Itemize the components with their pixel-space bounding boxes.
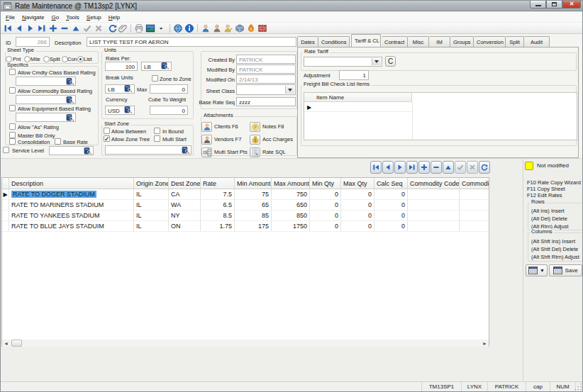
maximize-button[interactable]: [546, 0, 562, 9]
menu-go[interactable]: Go: [48, 12, 62, 23]
grid-cell[interactable]: 0: [341, 189, 374, 199]
picture-icon[interactable]: [145, 23, 156, 34]
grid-cell[interactable]: 0: [341, 211, 374, 220]
grid-row[interactable]: RATE TO BLUE JAYS STADUIMILON1.751751750…: [2, 221, 489, 232]
package-icon[interactable]: [234, 23, 245, 34]
navigator-delete-button[interactable]: [431, 161, 442, 174]
navigator-post-button[interactable]: [455, 161, 466, 174]
grid-cell[interactable]: [408, 211, 460, 220]
grid-cell[interactable]: RATE TO YANKEES STADIUM: [9, 211, 134, 220]
vendors-f7-button[interactable]: [201, 135, 212, 145]
refresh-icon[interactable]: [107, 23, 118, 34]
client-user-icon[interactable]: [200, 23, 211, 34]
navigator-next-button[interactable]: [394, 161, 406, 174]
grid-horizontal-scrollbar[interactable]: ◄ ►: [2, 340, 489, 347]
grid-cell[interactable]: [460, 221, 489, 231]
scroll-left-icon[interactable]: ◄: [2, 340, 10, 347]
grid-layout-save-button[interactable]: Save: [549, 264, 582, 276]
zone-to-zone-checkbox[interactable]: ✓: [152, 75, 158, 82]
grid-cell[interactable]: [460, 200, 489, 210]
tab-split[interactable]: Split: [506, 36, 524, 47]
service-level-field[interactable]: [49, 146, 94, 155]
grid-cell[interactable]: 85: [235, 211, 272, 220]
rate-tariff-dropdown-icon[interactable]: [372, 58, 381, 65]
cmdty-class-lookup-icon[interactable]: [65, 78, 74, 84]
edit-icon[interactable]: [70, 23, 82, 34]
grid-cell[interactable]: 1.75: [201, 221, 235, 231]
close-button[interactable]: ✕: [562, 0, 581, 9]
master-bill-checkbox[interactable]: ✓: [9, 132, 16, 138]
grid-cell[interactable]: 0: [341, 221, 374, 231]
tab-im[interactable]: IM: [429, 36, 450, 47]
nav-prior-icon[interactable]: [13, 23, 25, 34]
grid-header-cell[interactable]: Origin Zone: [134, 178, 169, 189]
grid-header-cell[interactable]: Min Qty: [310, 178, 341, 189]
help-globe-icon[interactable]: [172, 23, 184, 34]
cmdty-class-field[interactable]: [16, 77, 76, 86]
grid-cell[interactable]: [2, 221, 9, 231]
menu-file[interactable]: File: [2, 12, 18, 23]
modified-on-field[interactable]: 2/14/13: [236, 74, 296, 84]
grid-cell[interactable]: 0: [310, 189, 341, 199]
grid-header-cell[interactable]: Calc Seq: [374, 178, 408, 189]
vendor-user-icon[interactable]: [211, 23, 223, 34]
menu-navigate[interactable]: Navigate: [18, 12, 48, 23]
grid-header-cell[interactable]: Max Qty: [341, 178, 374, 189]
equipment-field[interactable]: [16, 113, 76, 122]
service-level-lookup-icon[interactable]: [83, 147, 92, 154]
grid-header-cell[interactable]: Commodity Code: [408, 178, 460, 189]
cube-to-weight-field[interactable]: 0: [150, 106, 188, 115]
base-rate-seq-field[interactable]: zzzz: [236, 97, 296, 106]
grid-header-cell[interactable]: Min Amount: [235, 178, 272, 189]
consolidation-checkbox[interactable]: ✓: [9, 138, 16, 145]
grid-cell[interactable]: [2, 200, 9, 210]
scrollbar-thumb[interactable]: [11, 340, 22, 347]
max-field[interactable]: 0: [150, 84, 188, 94]
grid-cell[interactable]: 0: [310, 211, 341, 220]
nav-first-icon[interactable]: [2, 23, 13, 34]
allow-commodity-checkbox[interactable]: ✓: [9, 87, 16, 94]
title-bar[interactable]: Rate Maintenance @ TM13sp2 [LYNX] ✕: [0, 0, 583, 11]
tab-conversion[interactable]: Conversion: [474, 36, 506, 47]
service-level-checkbox[interactable]: ✓: [3, 147, 9, 153]
grid-cell[interactable]: 7.5: [201, 189, 235, 199]
sheet-class-combo[interactable]: [236, 84, 296, 95]
grid-cell[interactable]: WA: [169, 200, 201, 210]
grid-cell[interactable]: IL: [134, 189, 169, 199]
grid-layout-menu-button[interactable]: ▼: [526, 264, 548, 276]
tab-audit[interactable]: Audit: [524, 36, 550, 47]
grid-cell[interactable]: 850: [272, 211, 310, 220]
tab-groups[interactable]: Groups: [450, 36, 474, 47]
info-icon[interactable]: [184, 23, 195, 34]
grid-header-cell[interactable]: Dest Zone: [169, 178, 201, 189]
dropdown-arrow-icon[interactable]: [156, 23, 167, 34]
start-zone-lookup-icon[interactable]: [181, 147, 190, 153]
radio-list[interactable]: [77, 56, 84, 62]
menu-setup[interactable]: Setup: [83, 12, 105, 23]
navigator-prior-button[interactable]: [382, 161, 394, 174]
description-field[interactable]: LIST TYPE TEST FOR AERON: [87, 37, 296, 47]
grid-cell[interactable]: ▶: [2, 189, 9, 199]
grid-cell[interactable]: 0: [374, 221, 408, 231]
sheet-class-dropdown-icon[interactable]: [285, 86, 294, 94]
tab-tariff-cl[interactable]: Tariff & CL: [351, 34, 381, 47]
currency-lookup-icon[interactable]: [123, 106, 133, 113]
allow-between-checkbox[interactable]: ✓: [104, 128, 110, 134]
base-rate-checkbox[interactable]: ✓: [55, 138, 61, 145]
radio-split[interactable]: [43, 56, 50, 62]
commodity-field[interactable]: [16, 95, 76, 104]
grid-cell[interactable]: ON: [169, 221, 201, 231]
grid-row[interactable]: RATE TO YANKEES STADIUMILNY8.585850000: [2, 211, 489, 221]
adjustment-field[interactable]: 1: [339, 70, 369, 80]
menu-tools[interactable]: Tools: [62, 12, 83, 23]
post-icon[interactable]: [82, 23, 93, 34]
print-icon[interactable]: [133, 23, 145, 34]
grid-cell[interactable]: 0: [374, 211, 408, 220]
grid-cell[interactable]: [460, 211, 489, 220]
grid-cell[interactable]: 175: [235, 221, 272, 231]
break-unit-lookup-icon[interactable]: [123, 85, 133, 91]
start-zone-field[interactable]: [105, 145, 191, 155]
tab-conditions[interactable]: Conditions: [318, 36, 350, 47]
grid-cell[interactable]: 0: [310, 221, 341, 231]
grid-cell[interactable]: IL: [134, 221, 169, 231]
